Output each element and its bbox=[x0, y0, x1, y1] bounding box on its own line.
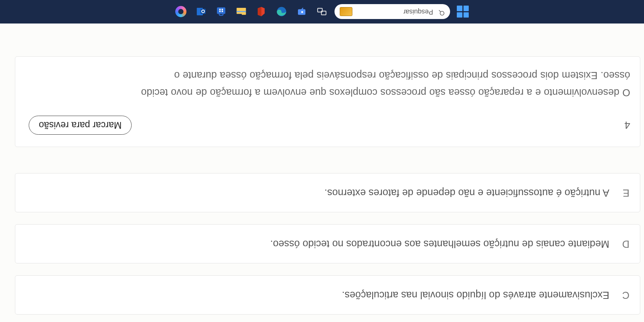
option-letter: E bbox=[620, 187, 629, 198]
task-view-button[interactable] bbox=[315, 4, 330, 19]
svg-point-6 bbox=[301, 11, 303, 13]
copilot-icon[interactable] bbox=[174, 4, 189, 19]
answer-option-d[interactable]: D Mediante canais de nutrição semelhante… bbox=[15, 224, 640, 263]
taskbar-search[interactable]: Pesquisar bbox=[335, 4, 450, 19]
svg-marker-5 bbox=[301, 7, 303, 9]
store-icon[interactable] bbox=[214, 4, 229, 19]
outlook-icon[interactable] bbox=[194, 4, 209, 19]
option-letter: D bbox=[620, 238, 629, 250]
question-number: 4 bbox=[624, 119, 630, 131]
chat-button[interactable] bbox=[295, 4, 310, 19]
search-placeholder: Pesquisar bbox=[358, 8, 433, 16]
svg-rect-15 bbox=[222, 9, 223, 10]
svg-rect-13 bbox=[222, 11, 223, 12]
answer-option-e[interactable]: E A nutrição é autossuficiente e não dep… bbox=[15, 173, 640, 212]
option-text: Mediante canais de nutrição semelhantes … bbox=[270, 238, 609, 250]
quiz-page: C Exclusivamente através do líquido sino… bbox=[0, 24, 644, 322]
svg-rect-16 bbox=[220, 9, 221, 10]
svg-rect-9 bbox=[242, 13, 246, 15]
answer-option-c[interactable]: C Exclusivamente através do líquido sino… bbox=[15, 275, 640, 315]
question-block: 4 Marcar para revisão O desenvolvimento … bbox=[15, 56, 640, 147]
start-button[interactable] bbox=[456, 4, 471, 19]
option-text: A nutrição é autossuficiente e não depen… bbox=[324, 187, 609, 198]
search-highlight-icon bbox=[340, 7, 353, 16]
question-text-line: ósseo. Existem dois processos principais… bbox=[174, 70, 630, 81]
question-header: 4 Marcar para revisão bbox=[29, 116, 630, 135]
option-text: Exclusivamente através do líquido sinovi… bbox=[342, 289, 609, 301]
svg-line-1 bbox=[439, 10, 441, 12]
search-icon bbox=[439, 7, 445, 16]
edge-browser-icon[interactable] bbox=[274, 4, 289, 19]
option-letter: C bbox=[620, 289, 629, 301]
svg-rect-14 bbox=[220, 11, 221, 12]
question-text-line: O desenvolvimento e a reparação óssea sã… bbox=[141, 87, 630, 98]
office-icon[interactable] bbox=[254, 4, 269, 19]
question-text: O desenvolvimento e a reparação óssea sã… bbox=[29, 66, 630, 101]
file-explorer-icon[interactable] bbox=[234, 4, 249, 19]
svg-rect-18 bbox=[201, 9, 206, 14]
windows-taskbar: Pesquisar bbox=[0, 0, 644, 24]
svg-rect-10 bbox=[237, 11, 246, 12]
mark-for-review-button[interactable]: Marcar para revisão bbox=[29, 116, 132, 135]
svg-point-0 bbox=[440, 11, 444, 15]
svg-rect-12 bbox=[220, 13, 223, 15]
